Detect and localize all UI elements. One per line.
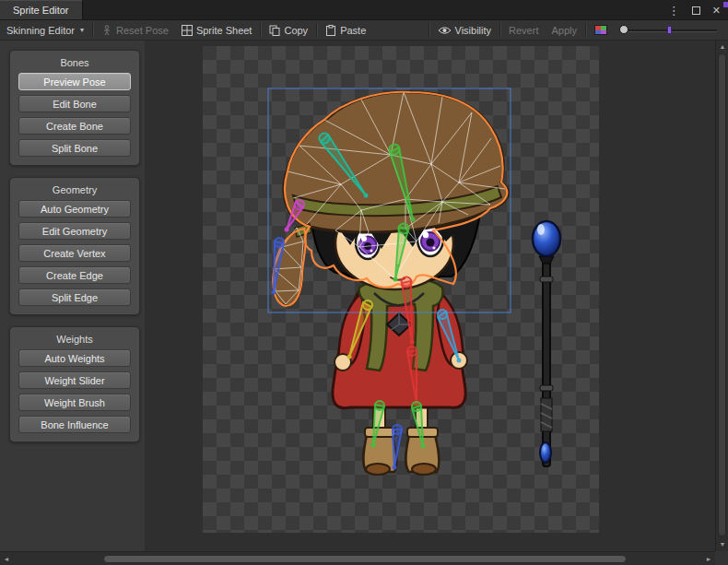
staff-sprite xyxy=(533,221,560,466)
edit-geometry-button[interactable]: Edit Geometry xyxy=(18,222,131,240)
split-bone-button[interactable]: Split Bone xyxy=(18,139,131,157)
scrollbar-corner xyxy=(715,551,728,565)
tab-sprite-editor[interactable]: Sprite Editor xyxy=(0,0,83,19)
close-icon[interactable]: ✕ xyxy=(712,5,721,17)
sprite-canvas-svg xyxy=(145,41,715,551)
toolbar-separator xyxy=(429,23,429,37)
create-edge-button[interactable]: Create Edge xyxy=(18,266,131,284)
toolbar-separator xyxy=(92,23,93,37)
revert-label: Revert xyxy=(509,25,538,36)
corner-accent xyxy=(723,2,728,7)
bones-panel: Bones Preview Pose Edit Bone Create Bone… xyxy=(9,50,140,166)
scroll-left-icon[interactable]: ◄ xyxy=(1,552,12,565)
menu-kebab-icon[interactable]: ⋮ xyxy=(668,5,680,17)
eye-icon xyxy=(438,26,452,35)
bone-influence-button[interactable]: Bone Influence xyxy=(18,416,131,433)
toolbar-separator xyxy=(585,23,586,37)
scroll-up-icon[interactable]: ▲ xyxy=(716,41,728,53)
mesh-color-button[interactable] xyxy=(588,20,614,40)
maximize-icon[interactable] xyxy=(692,6,700,15)
window-controls: ⋮ ✕ xyxy=(668,0,721,20)
weights-panel: Weights Auto Weights Weight Slider Weigh… xyxy=(9,326,140,442)
horizontal-scrollbar[interactable]: ◄ ► xyxy=(0,551,715,565)
zoom-slider-knob[interactable] xyxy=(619,25,628,34)
zoom-slider-marker xyxy=(667,26,672,34)
vertical-scrollbar-thumb[interactable] xyxy=(718,53,726,536)
edit-bone-button[interactable]: Edit Bone xyxy=(18,95,131,112)
mode-dropdown[interactable]: Skinning Editor ▾ xyxy=(0,20,90,40)
paste-icon xyxy=(325,25,336,36)
vertical-scrollbar[interactable]: ▲ ▼ xyxy=(715,41,728,551)
reset-pose-label: Reset Pose xyxy=(116,25,169,36)
titlebar: Sprite Editor ⋮ ✕ xyxy=(0,0,728,20)
sprite-sheet-button[interactable]: Sprite Sheet xyxy=(175,20,259,40)
horizontal-scrollbar-thumb[interactable] xyxy=(103,555,627,563)
weight-brush-button[interactable]: Weight Brush xyxy=(18,394,131,411)
auto-geometry-button[interactable]: Auto Geometry xyxy=(18,200,131,218)
geometry-panel: Geometry Auto Geometry Edit Geometry Cre… xyxy=(9,177,140,315)
scroll-down-icon[interactable]: ▼ xyxy=(716,539,728,550)
weight-slider-button[interactable]: Weight Slider xyxy=(18,371,131,389)
create-vertex-button[interactable]: Create Vertex xyxy=(18,244,131,262)
reset-pose-button[interactable]: Reset Pose xyxy=(95,20,175,40)
sprite-sheet-icon xyxy=(182,25,193,36)
toolbar-separator xyxy=(316,23,317,37)
chevron-down-icon: ▾ xyxy=(80,26,84,34)
weights-panel-title: Weights xyxy=(18,334,131,345)
preview-pose-button[interactable]: Preview Pose xyxy=(18,73,131,90)
paste-button[interactable]: Paste xyxy=(319,20,372,40)
toolbar-right: Visibility Revert Apply xyxy=(427,20,728,40)
split-edge-button[interactable]: Split Edge xyxy=(18,288,131,306)
copy-label: Copy xyxy=(284,25,308,36)
zoom-slider[interactable] xyxy=(619,20,719,40)
apply-button[interactable]: Apply xyxy=(545,20,583,40)
revert-button[interactable]: Revert xyxy=(502,20,545,40)
toolbar-separator xyxy=(499,23,500,37)
mode-dropdown-label: Skinning Editor xyxy=(6,25,75,36)
scroll-right-icon[interactable]: ► xyxy=(703,552,714,565)
sprite-editor-window: Sprite Editor ⋮ ✕ Skinning Editor ▾ Rese… xyxy=(0,0,728,565)
toolbar-separator xyxy=(260,23,261,37)
paste-label: Paste xyxy=(340,25,366,36)
visibility-button[interactable]: Visibility xyxy=(431,20,499,40)
create-bone-button[interactable]: Create Bone xyxy=(18,117,131,135)
copy-button[interactable]: Copy xyxy=(263,20,314,40)
apply-label: Apply xyxy=(551,25,577,36)
bones-panel-title: Bones xyxy=(18,57,131,68)
sprite-canvas[interactable] xyxy=(145,41,715,551)
tab-title: Sprite Editor xyxy=(13,5,69,16)
reset-pose-icon xyxy=(101,25,112,36)
color-swatch-icon xyxy=(594,25,607,35)
copy-icon xyxy=(269,25,280,36)
visibility-label: Visibility xyxy=(455,25,492,36)
geometry-panel-title: Geometry xyxy=(18,184,131,195)
sprite-sheet-label: Sprite Sheet xyxy=(196,25,252,36)
toolbar: Skinning Editor ▾ Reset Pose Sprite Shee… xyxy=(0,20,728,41)
auto-weights-button[interactable]: Auto Weights xyxy=(18,349,131,367)
